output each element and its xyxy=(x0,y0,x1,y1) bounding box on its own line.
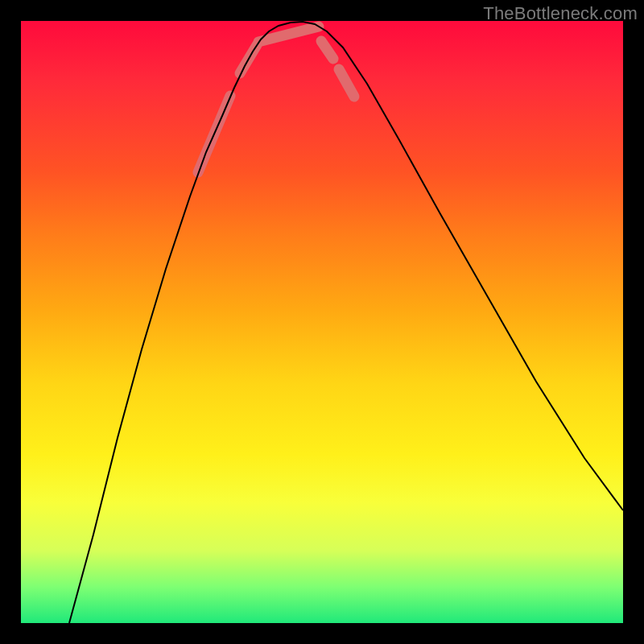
curve-svg xyxy=(21,21,623,623)
plot-area xyxy=(21,21,623,623)
watermark-text: TheBottleneck.com xyxy=(483,3,638,24)
chart-frame: TheBottleneck.com xyxy=(0,0,644,644)
